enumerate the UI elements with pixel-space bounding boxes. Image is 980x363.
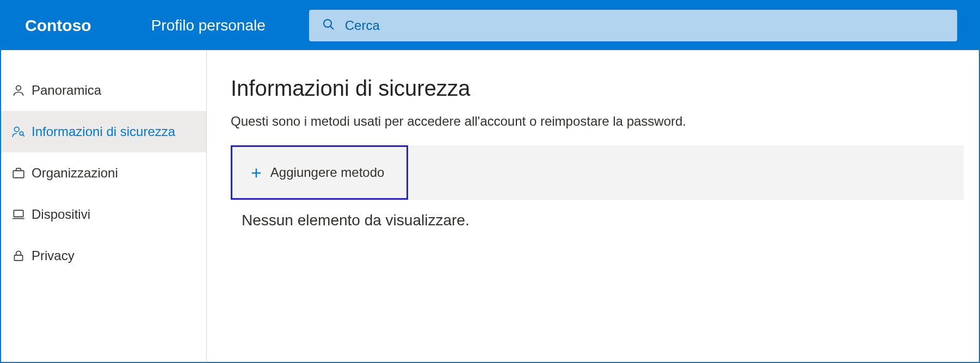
lock-icon xyxy=(11,248,26,263)
person-key-icon xyxy=(11,124,26,139)
briefcase-icon xyxy=(11,165,26,181)
sidebar-item-label: Panoramica xyxy=(32,83,101,98)
header-title: Profilo personale xyxy=(151,17,266,34)
brand-logo: Contoso xyxy=(25,16,91,35)
sidebar-item-organizations[interactable]: Organizzazioni xyxy=(1,152,206,194)
svg-rect-6 xyxy=(14,210,23,217)
sidebar-item-label: Organizzazioni xyxy=(32,165,118,181)
sidebar-item-devices[interactable]: Dispositivi xyxy=(1,194,206,235)
methods-toolbar: + Aggiungere metodo xyxy=(231,145,964,200)
sidebar-item-overview[interactable]: Panoramica xyxy=(1,70,206,111)
page-heading: Informazioni di sicurezza xyxy=(231,76,979,101)
add-method-label: Aggiungere metodo xyxy=(270,165,384,180)
search-icon xyxy=(322,18,335,33)
page-subtext: Questi sono i metodi usati per accedere … xyxy=(231,114,979,129)
svg-rect-7 xyxy=(14,255,22,261)
plus-icon: + xyxy=(251,163,262,182)
empty-state-text: Nessun elemento da visualizzare. xyxy=(231,200,964,241)
search-box[interactable] xyxy=(309,10,957,41)
search-input[interactable] xyxy=(345,18,944,33)
add-method-button[interactable]: + Aggiungere metodo xyxy=(231,145,408,200)
svg-line-1 xyxy=(330,26,334,29)
sidebar-item-security-info[interactable]: Informazioni di sicurezza xyxy=(1,111,206,152)
person-icon xyxy=(11,83,26,98)
sidebar-item-label: Informazioni di sicurezza xyxy=(32,124,175,139)
sidebar: Panoramica Informazioni di sicurezza Org… xyxy=(1,50,207,362)
laptop-icon xyxy=(11,207,26,222)
main-panel: Informazioni di sicurezza Questi sono i … xyxy=(207,50,979,362)
svg-point-2 xyxy=(16,85,21,90)
sidebar-item-privacy[interactable]: Privacy xyxy=(1,235,206,276)
app-header: Contoso Profilo personale xyxy=(1,1,979,50)
content-area: Panoramica Informazioni di sicurezza Org… xyxy=(1,50,979,362)
svg-point-0 xyxy=(324,20,331,27)
svg-point-3 xyxy=(14,127,19,132)
sidebar-item-label: Privacy xyxy=(32,248,75,263)
sidebar-item-label: Dispositivi xyxy=(32,207,90,222)
svg-rect-5 xyxy=(13,171,24,178)
